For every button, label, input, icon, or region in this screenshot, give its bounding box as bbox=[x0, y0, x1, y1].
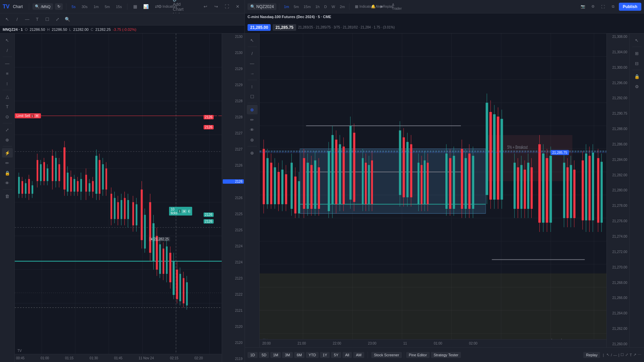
add-chart-link-icon[interactable]: 🔗 Add Chart Link bbox=[174, 2, 182, 11]
fullscreen-icon[interactable]: ⛶ bbox=[222, 2, 231, 11]
replay-bottom-btn[interactable]: Replay bbox=[583, 352, 600, 358]
line-draw-icon[interactable]: / bbox=[13, 15, 21, 24]
right-replay-btn[interactable]: ▶ Replay bbox=[382, 2, 391, 11]
rect-draw-icon[interactable]: ☐ bbox=[43, 15, 52, 24]
preferences-icon[interactable]: ⚙ Indicators bbox=[163, 2, 172, 11]
buy-ticks-label-2[interactable]: 10 ticks 1 ✕ bbox=[169, 207, 188, 216]
pointer-tool[interactable]: ↖ bbox=[2, 36, 13, 45]
fullscreen-right-icon[interactable]: ⛶ bbox=[599, 2, 607, 11]
watch-tool[interactable]: ⊙ bbox=[2, 112, 13, 121]
indicators-icon[interactable]: 📊 bbox=[142, 2, 150, 11]
rt-eye-tool[interactable]: 👁 bbox=[247, 125, 258, 134]
right-period-5m[interactable]: 5m bbox=[292, 4, 301, 10]
draw-rect-icon[interactable]: ☐ bbox=[621, 353, 624, 357]
period-6m-btn[interactable]: 6M bbox=[294, 352, 305, 358]
right-period-1m[interactable]: 1m bbox=[282, 4, 290, 10]
draw-hline-icon[interactable]: — bbox=[613, 353, 617, 357]
right-period-2m[interactable]: 2m bbox=[338, 4, 346, 10]
draw-line-icon[interactable]: / bbox=[611, 353, 612, 357]
order-tool[interactable]: ⚡ bbox=[2, 148, 13, 158]
period-ytd-btn[interactable]: YTD bbox=[306, 352, 319, 358]
eye-tool[interactable]: 👁 bbox=[2, 178, 13, 188]
right-period-15m[interactable]: 15m bbox=[302, 4, 312, 10]
lock-tool[interactable]: 🔒 bbox=[2, 168, 13, 178]
publish-button[interactable]: Publish bbox=[619, 3, 641, 11]
close-panel-icon[interactable]: ✕ bbox=[233, 2, 242, 11]
fibonacci-tool[interactable]: ⫶ bbox=[2, 79, 13, 88]
draw-vline-icon[interactable]: | bbox=[618, 353, 619, 357]
draw-cursor-icon[interactable]: ↖ bbox=[606, 353, 609, 357]
pine-editor-btn[interactable]: Pine Editor bbox=[406, 352, 430, 358]
measure-tool[interactable]: ⤢ bbox=[2, 125, 13, 134]
window-icon[interactable]: ⧉ bbox=[609, 2, 618, 11]
scale-2119: 2119 bbox=[223, 357, 244, 361]
trash-tool[interactable]: 🗑 bbox=[2, 191, 13, 201]
period-5s[interactable]: 5s bbox=[70, 4, 78, 10]
chart-canvas-right[interactable]: 5% + Breakout 02:11:38 [UTC-5] TV 2_oleg… bbox=[260, 34, 606, 347]
refresh-btn[interactable]: ↻ bbox=[55, 3, 63, 10]
right-period-1h[interactable]: 1h bbox=[314, 4, 321, 10]
limit-sell-label[interactable]: Limit Sell 1 ✕ bbox=[15, 113, 41, 118]
text-draw-icon[interactable]: T bbox=[33, 15, 42, 24]
period-15s[interactable]: 15s bbox=[114, 4, 124, 10]
rt-shape-tool[interactable]: ☐ bbox=[247, 92, 258, 101]
rt-pointer-tool[interactable]: ↖ bbox=[247, 36, 258, 45]
brush-tool[interactable]: ✏ bbox=[2, 158, 13, 168]
shape-tool[interactable]: △ bbox=[2, 92, 13, 101]
rt-zoom-tool[interactable]: ⊕ bbox=[247, 148, 258, 158]
buy-close-btn-2[interactable]: ✕ bbox=[182, 209, 186, 213]
bar-style-icon[interactable]: ▦ bbox=[131, 2, 140, 11]
rt-fib-tool[interactable]: ⫶ bbox=[247, 82, 258, 91]
cursor-icon[interactable]: ↖ bbox=[3, 15, 11, 24]
right-alert-btn[interactable]: 🔔 Alert bbox=[372, 2, 381, 11]
period-1m-btn[interactable]: 1M bbox=[270, 352, 281, 358]
horizontal-line-icon[interactable]: — bbox=[23, 15, 32, 24]
rt-lock-icon[interactable]: 🔒 bbox=[632, 72, 642, 81]
right-symbol-search[interactable]: 🔍 NQZ2024 bbox=[248, 3, 276, 10]
zoom-tool[interactable]: ⊕ bbox=[2, 135, 13, 144]
chart-canvas-left[interactable]: Limit Sell 1 ✕ ▲ + ticks 1 ✕ 10 ticks 1 … bbox=[15, 34, 236, 354]
period-am-btn[interactable]: AM bbox=[353, 352, 364, 358]
right-trader-btn[interactable]: A Trader bbox=[392, 2, 401, 11]
period-1y-btn[interactable]: 1Y bbox=[320, 352, 330, 358]
draw-measure-icon[interactable]: ⤢ bbox=[625, 353, 628, 357]
search-symbol-btn[interactable]: 🔍 /MNQ bbox=[33, 3, 53, 10]
redo-icon[interactable]: ↪ bbox=[212, 2, 220, 11]
rt-collapse-icon[interactable]: ⊟ bbox=[632, 59, 642, 68]
period-all-btn[interactable]: All bbox=[342, 352, 352, 358]
measure-icon[interactable]: ⤢ bbox=[53, 15, 62, 24]
stock-screener-btn[interactable]: Stock Screener bbox=[371, 352, 402, 358]
draw-more-icon[interactable]: ⋯ bbox=[638, 353, 641, 357]
period-3m-btn[interactable]: 3M bbox=[282, 352, 292, 358]
draw-text-icon[interactable]: T bbox=[630, 353, 632, 357]
undo-icon[interactable]: ↩ bbox=[201, 2, 210, 11]
right-period-w[interactable]: W bbox=[330, 4, 337, 10]
period-5d-btn[interactable]: 5D bbox=[259, 352, 269, 358]
period-5m[interactable]: 5m bbox=[103, 4, 112, 10]
parallel-tool[interactable]: ≡ bbox=[2, 69, 13, 78]
right-indicators-btn[interactable]: Indicators bbox=[362, 2, 371, 11]
pencil-tool[interactable]: / bbox=[2, 46, 13, 55]
limit-sell-close-btn[interactable]: ✕ bbox=[35, 114, 39, 118]
period-5y-btn[interactable]: 5Y bbox=[331, 352, 341, 358]
draw-arrow-icon[interactable]: ↗ bbox=[633, 353, 636, 357]
period-1d-btn[interactable]: 1D bbox=[248, 352, 258, 358]
right-period-d[interactable]: D bbox=[323, 4, 329, 10]
settings-right-icon[interactable]: ⚙ bbox=[589, 2, 597, 11]
line-tool[interactable]: — bbox=[2, 59, 13, 68]
rt-cursor-tool[interactable]: ↖ bbox=[632, 36, 642, 45]
rt-pencil-tool[interactable]: ✏ bbox=[247, 115, 258, 124]
text-tool[interactable]: T bbox=[2, 102, 13, 111]
rt-expand-icon[interactable]: ⊞ bbox=[632, 49, 642, 58]
rt-settings-icon[interactable]: ⚙ bbox=[632, 82, 642, 91]
rt-horizontal-tool[interactable]: — bbox=[247, 59, 258, 68]
rt-magnet-tool[interactable]: ⊛ bbox=[247, 135, 258, 144]
rt-line-tool[interactable]: / bbox=[247, 49, 258, 58]
period-30s[interactable]: 30s bbox=[79, 4, 90, 10]
zoom-icon[interactable]: 🔍 bbox=[63, 15, 72, 24]
rt-ray-tool[interactable]: → bbox=[247, 69, 258, 78]
period-1m[interactable]: 1m bbox=[92, 4, 101, 10]
rt-order-tool[interactable]: ⊕ bbox=[247, 105, 258, 114]
camera-right-icon[interactable]: 📷 bbox=[579, 2, 587, 11]
strategy-tester-btn[interactable]: Strategy Tester bbox=[431, 352, 461, 358]
